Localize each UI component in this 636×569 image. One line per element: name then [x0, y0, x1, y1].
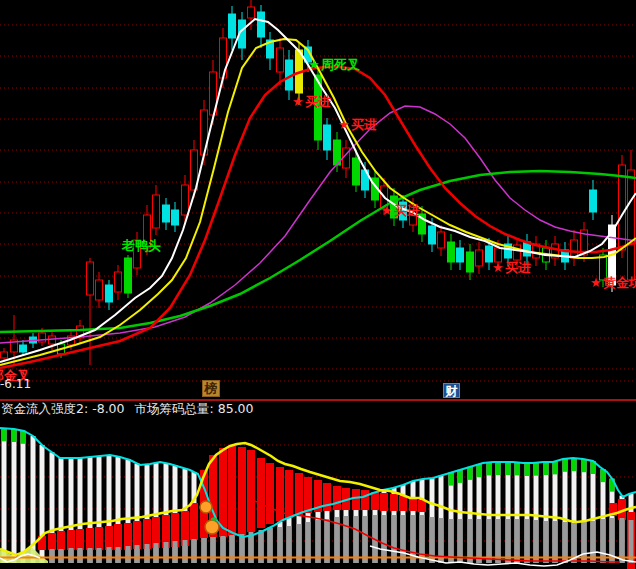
signal-star-icon: ★ [338, 117, 350, 132]
chip-total-label: 市场筹码总量: [135, 401, 214, 416]
orange-fruit-marker [205, 520, 219, 534]
fund-inflow-value: -8.00 [92, 401, 124, 416]
signal-label: 买进 [351, 117, 377, 132]
signal-star-icon: ★ [381, 203, 393, 218]
signal-label: 周死叉 [320, 57, 360, 72]
signal-label: 黄金坑 [602, 275, 636, 290]
bang-badge[interactable]: 榜 [202, 380, 220, 397]
signal-label: 老鸭头 [121, 238, 161, 253]
fund-inflow-label: 资金流入强度2: [1, 401, 88, 416]
signal-label: 买进 [505, 260, 531, 275]
hand-marker [200, 501, 212, 513]
chip-total-value: 85.00 [218, 401, 254, 416]
cai-badge[interactable]: 财 [443, 383, 460, 398]
candles-layer [1, 0, 635, 365]
indicator-corner-value: -6.11 [0, 377, 31, 391]
indicator-title-bar[interactable]: 资金流入强度2:-8.00市场筹码总量:85.00 [1, 401, 264, 416]
stock-chart-app: 老鸭头★周死叉★买进★买进★买进★买进★黄金坑 榜 财 部金叉 -6.11 资金… [0, 0, 636, 569]
signal-star-icon: ★ [292, 94, 304, 109]
signal-star-icon: ★ [492, 260, 504, 275]
signal-star-icon: ★ [308, 57, 320, 72]
sub-panel-layer [0, 428, 636, 569]
signal-label: 买进 [394, 203, 420, 218]
signal-star-icon: ★ [590, 275, 602, 290]
chart-canvas[interactable]: 老鸭头★周死叉★买进★买进★买进★买进★黄金坑 [0, 0, 636, 569]
signal-label: 买进 [305, 94, 331, 109]
